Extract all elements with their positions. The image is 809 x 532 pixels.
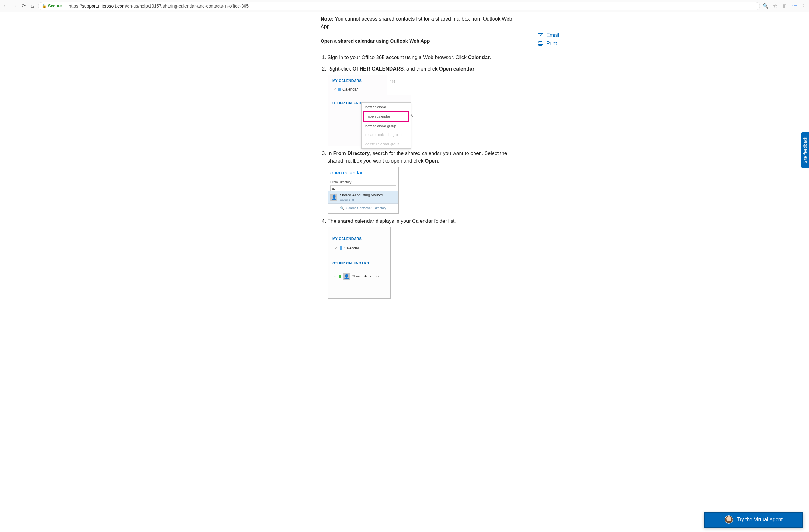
- print-link[interactable]: Print: [537, 41, 559, 47]
- search-icon: 🔍: [340, 206, 344, 211]
- reload-button[interactable]: ⟳: [20, 3, 27, 9]
- ctx-rename-group: rename calendar group: [362, 130, 411, 140]
- step-1: Sign in to your Office 365 account using…: [328, 54, 518, 61]
- search-contacts-row[interactable]: 🔍 Search Contacts & Directory: [328, 204, 398, 213]
- step-4: The shared calendar displays in your Cal…: [328, 217, 518, 299]
- dialog-title: open calendar: [328, 167, 398, 180]
- home-button[interactable]: ⌂: [29, 3, 36, 9]
- url-text: https://support.microsoft.com/en-us/help…: [69, 3, 249, 8]
- ctx-open-calendar[interactable]: open calendar ↖: [363, 111, 409, 122]
- browser-toolbar: ← → ⟳ ⌂ 🔒 Secure │ https://support.micro…: [0, 0, 809, 12]
- ctx-new-calendar[interactable]: new calendar: [362, 103, 411, 112]
- screenshot-context-menu: MY CALENDARS ✓ Calendar 18 OTHER CALENDA…: [328, 75, 411, 146]
- address-bar[interactable]: 🔒 Secure │ https://support.microsoft.com…: [38, 2, 760, 10]
- zoom-icon[interactable]: 🔍: [762, 3, 768, 9]
- print-icon: [537, 41, 543, 47]
- article-content: Note: You cannot access shared contacts …: [321, 15, 518, 299]
- lock-icon: 🔒: [42, 3, 47, 8]
- from-directory-label: From Directory:: [328, 180, 398, 185]
- ctx-delete-group: delete calendar group: [362, 140, 411, 149]
- note-text: You cannot access shared contacts list f…: [321, 16, 512, 29]
- bookmark-star-icon[interactable]: ☆: [772, 3, 778, 9]
- steps-list: Sign in to your Office 365 account using…: [321, 54, 518, 299]
- extension-icon[interactable]: ◧: [782, 3, 787, 9]
- date-cell: 18: [387, 75, 411, 95]
- search-contacts-label: Search Contacts & Directory: [346, 206, 386, 210]
- note-label: Note:: [321, 16, 333, 22]
- screenshot-open-calendar-dialog: open calendar From Directory: ac 👤 Share…: [328, 167, 399, 214]
- secure-indicator: 🔒 Secure: [42, 3, 62, 8]
- email-icon: [537, 32, 543, 38]
- ctx-new-group[interactable]: new calendar group: [362, 121, 411, 130]
- menu-icon[interactable]: ⋮: [801, 3, 807, 9]
- back-button[interactable]: ←: [2, 3, 9, 9]
- cursor-icon: ↖: [410, 112, 414, 119]
- screenshot-folder-list: MY CALENDARS ✓ Calendar OTHER CALENDARS …: [328, 227, 391, 299]
- article-actions: Email Print: [537, 32, 559, 47]
- note-line: Note: You cannot access shared contacts …: [321, 15, 518, 31]
- extension-icon-2[interactable]: 〰: [791, 3, 797, 8]
- result-sub: accounting: [340, 198, 383, 202]
- result-name: Shared Accounting Mailbox: [340, 193, 383, 198]
- step-2: Right-click OTHER CALENDARS, and then cl…: [328, 65, 518, 146]
- check-icon: ✓: [333, 87, 337, 92]
- section-heading: Open a shared calendar using Outlook Web…: [321, 37, 518, 45]
- context-menu: new calendar open calendar ↖ new calenda…: [361, 102, 411, 149]
- email-label: Email: [546, 32, 559, 38]
- svg-rect-1: [539, 42, 542, 43]
- search-result-row[interactable]: 👤 Shared Accounting Mailbox accounting: [328, 191, 398, 204]
- email-link[interactable]: Email: [537, 32, 559, 38]
- color-swatch: [338, 88, 341, 91]
- print-label: Print: [546, 41, 557, 47]
- avatar-icon: 👤: [330, 194, 338, 201]
- calendar-label: Calendar: [343, 86, 358, 92]
- secure-label: Secure: [48, 3, 62, 8]
- directory-input[interactable]: ac: [330, 185, 396, 191]
- site-feedback-tab[interactable]: Site feedback: [802, 132, 809, 168]
- forward-button[interactable]: →: [12, 3, 18, 9]
- step-3: In From Directory, search for the shared…: [328, 150, 518, 214]
